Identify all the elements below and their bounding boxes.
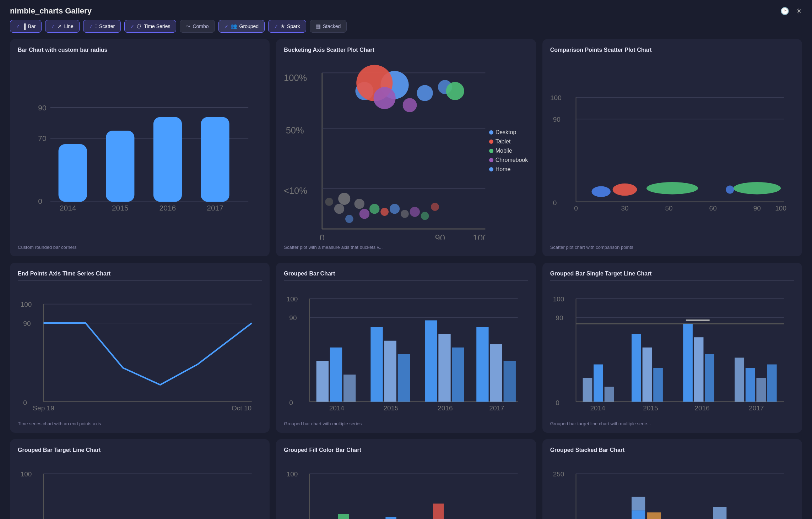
card-chart-area: 100 90 0 Sep 19 Oct 10 <box>18 286 262 416</box>
card-title: Comparison Points Scatter Plot Chart <box>550 47 794 57</box>
legend-dot-tablet <box>489 140 493 144</box>
svg-text:90: 90 <box>23 320 31 327</box>
check-icon: ✓ <box>274 24 278 29</box>
filter-combo-button[interactable]: ⤳ Combo <box>180 20 215 33</box>
svg-text:0: 0 <box>289 399 293 407</box>
svg-rect-115 <box>694 338 703 402</box>
svg-text:90: 90 <box>435 233 445 240</box>
svg-text:90: 90 <box>38 104 46 112</box>
svg-text:30: 30 <box>621 204 628 212</box>
filter-timeseries-button[interactable]: ✓ ⏱ Time Series <box>124 20 176 33</box>
filter-scatter-label: Scatter <box>99 23 115 29</box>
card-title: End Points Axis Time Series Chart <box>18 271 262 281</box>
svg-point-35 <box>334 204 344 214</box>
star-icon: ★ <box>280 23 285 29</box>
svg-point-42 <box>345 215 353 223</box>
comparison-scatter-svg: 100 90 0 0 30 50 60 90 100 <box>550 62 794 240</box>
brightness-icon[interactable]: ☀ <box>796 7 802 15</box>
card-bucketing-scatter[interactable]: Bucketing Axis Scatter Plot Chart 100% 5… <box>276 39 536 256</box>
check-icon: ✓ <box>89 24 93 29</box>
card-grouped-bar-single-target[interactable]: Grouped Bar Single Target Line Chart 100… <box>542 263 802 433</box>
svg-text:2016: 2016 <box>694 405 709 412</box>
svg-point-39 <box>381 208 389 216</box>
filter-scatter-button[interactable]: ✓ ⁚ Scatter <box>83 20 121 33</box>
svg-text:2017: 2017 <box>207 204 223 212</box>
legend-item-chromebook: Chromebook <box>489 157 528 163</box>
filter-spark-label: Spark <box>287 23 300 29</box>
svg-rect-93 <box>490 344 502 402</box>
card-grouped-bar[interactable]: Grouped Bar Chart 100 90 0 <box>276 263 536 433</box>
svg-rect-111 <box>632 334 641 402</box>
card-chart-area: 100 90 0 <box>550 286 794 416</box>
svg-rect-109 <box>594 365 603 402</box>
filter-stacked-button[interactable]: ▦ Stacked <box>310 20 347 33</box>
filter-bar-button[interactable]: ✓ ▐ Bar <box>10 20 42 33</box>
card-bar-custom-radius[interactable]: Bar Chart with custom bar radius 90 70 0 <box>10 39 270 256</box>
line-chart-icon: ↗ <box>57 23 62 29</box>
svg-point-36 <box>325 198 334 206</box>
card-comparison-scatter[interactable]: Comparison Points Scatter Plot Chart 100… <box>542 39 802 256</box>
svg-text:100: 100 <box>21 301 32 308</box>
svg-point-30 <box>374 87 396 109</box>
card-chart-area: 250 <box>550 462 794 519</box>
scatter-legend-bucketing: Desktop Tablet Mobile Chromebook Home <box>489 62 528 240</box>
svg-text:70: 70 <box>38 134 46 142</box>
svg-text:90: 90 <box>753 204 760 212</box>
svg-text:90: 90 <box>289 315 297 322</box>
card-desc: Scatter plot with a measure axis that bu… <box>284 245 528 250</box>
combo-icon: ⤳ <box>186 23 190 29</box>
legend-label-mobile: Mobile <box>496 148 512 154</box>
svg-rect-84 <box>330 348 342 402</box>
svg-text:0: 0 <box>556 399 559 407</box>
grouped-bar-target-svg: 100 90 0 <box>550 286 794 416</box>
scatter-chart-area: 100% 50% <10% 0 90 100 <box>284 62 485 240</box>
card-chart-area: 90 70 0 2014 2015 2016 201 <box>18 62 262 240</box>
svg-point-44 <box>421 212 429 220</box>
card-grouped-bar-target-line[interactable]: Grouped Bar Target Line Chart 100 Groupe… <box>10 439 270 519</box>
card-title: Grouped Fill Color Bar Chart <box>284 447 528 457</box>
filter-line-button[interactable]: ✓ ↗ Line <box>45 20 79 33</box>
svg-rect-116 <box>705 354 714 402</box>
card-chart-area: 100 90 0 <box>284 286 528 416</box>
card-desc: Custom rounded bar corners <box>18 245 262 250</box>
svg-rect-89 <box>425 321 437 402</box>
filter-grouped-button[interactable]: ✓ 👥 Grouped <box>218 20 265 33</box>
svg-text:100%: 100% <box>284 73 307 83</box>
svg-text:100: 100 <box>287 295 298 303</box>
grouped-bar-svg: 100 90 0 <box>284 286 528 416</box>
svg-text:2016: 2016 <box>438 405 453 412</box>
svg-text:100: 100 <box>287 470 298 478</box>
svg-rect-110 <box>604 387 614 402</box>
history-icon[interactable]: 🕑 <box>780 7 789 15</box>
clock-icon: ⏱ <box>136 23 142 29</box>
svg-text:2015: 2015 <box>384 405 399 412</box>
legend-label-desktop: Desktop <box>496 129 516 136</box>
legend-item-tablet: Tablet <box>489 138 528 145</box>
bar-rounded-svg: 90 70 0 2014 2015 2016 201 <box>18 62 262 240</box>
filter-grouped-label: Grouped <box>239 23 259 29</box>
svg-text:100: 100 <box>553 295 564 303</box>
card-grouped-stacked[interactable]: Grouped Stacked Bar Chart 250 Grouped St… <box>542 439 802 519</box>
svg-text:100: 100 <box>473 233 485 240</box>
svg-text:0: 0 <box>553 199 557 207</box>
svg-point-61 <box>612 184 637 196</box>
svg-point-40 <box>390 204 400 214</box>
check-icon: ✓ <box>16 24 20 29</box>
card-grouped-fill-color[interactable]: Grouped Fill Color Bar Chart 100 Grouped… <box>276 439 536 519</box>
svg-point-34 <box>354 199 364 209</box>
check-icon: ✓ <box>51 24 55 29</box>
svg-rect-83 <box>316 361 329 402</box>
legend-item-mobile: Mobile <box>489 148 528 154</box>
svg-text:2016: 2016 <box>159 204 176 212</box>
card-endpoint-timeseries[interactable]: End Points Axis Time Series Chart 100 90… <box>10 263 270 433</box>
legend-dot-chromebook <box>489 158 493 162</box>
chart-grid: Bar Chart with custom bar radius 90 70 0 <box>0 39 812 519</box>
svg-text:60: 60 <box>709 204 716 212</box>
svg-rect-147 <box>632 510 645 519</box>
filter-line-label: Line <box>64 23 73 29</box>
filter-spark-button[interactable]: ✓ ★ Spark <box>268 20 306 33</box>
card-desc: Grouped bar target line chart with multi… <box>550 421 794 426</box>
svg-rect-118 <box>735 358 744 402</box>
card-title: Grouped Bar Single Target Line Chart <box>550 271 794 281</box>
legend-label-home: Home <box>496 166 511 173</box>
